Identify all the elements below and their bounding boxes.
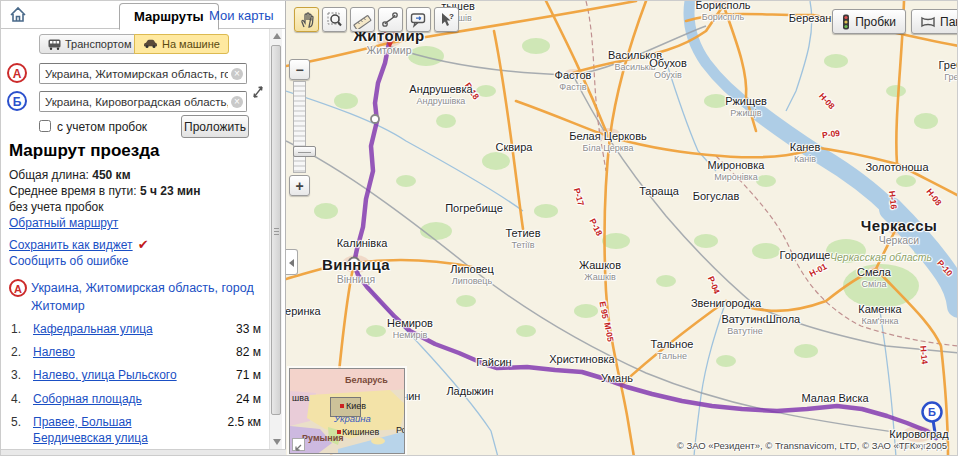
traffic-light-icon bbox=[842, 14, 850, 30]
car-icon bbox=[143, 39, 158, 49]
route-length-label: Общая длина: bbox=[9, 168, 92, 182]
direction-street-link[interactable]: Кафедральная улица bbox=[33, 321, 219, 337]
svg-text:Б: Б bbox=[928, 406, 936, 418]
pan-hand-icon bbox=[297, 10, 316, 29]
scroll-down-icon[interactable] bbox=[273, 439, 281, 445]
scrollbar-thumb[interactable] bbox=[271, 45, 281, 415]
minimap[interactable]: БеларусьшваКиевУкраинаКишиневРумынияРо bbox=[289, 368, 405, 454]
direction-distance: 71 м bbox=[219, 367, 261, 383]
route-waypoint-vinnytsia bbox=[349, 258, 360, 269]
minimap-city-dot bbox=[340, 404, 344, 408]
map-tool-inspect[interactable]: ? bbox=[434, 7, 459, 32]
direction-row: 5.Правее, Большая Бердичевская улица2.5 … bbox=[11, 414, 261, 446]
direction-number: 5. bbox=[11, 414, 33, 446]
sidebar: Маршруты Мои карты Транспортом На машине… bbox=[1, 1, 286, 456]
direction-street-link[interactable]: Налево bbox=[33, 344, 219, 360]
direction-number: 2. bbox=[11, 344, 33, 360]
direction-number: 3. bbox=[11, 367, 33, 383]
direction-distance: 2.5 км bbox=[219, 414, 261, 446]
traffic-button[interactable]: Пробки bbox=[832, 9, 906, 34]
zoom-out-button[interactable]: − bbox=[289, 59, 310, 80]
route-length: Общая длина: 450 км bbox=[9, 168, 131, 182]
route-traffic-note: без учета пробок bbox=[9, 200, 104, 214]
direction-row: 4.Соборная площадь24 м bbox=[11, 391, 261, 407]
bus-icon bbox=[48, 39, 61, 50]
traffic-button-label: Пробки bbox=[855, 15, 896, 29]
map-tool-ruler[interactable] bbox=[350, 7, 375, 32]
clear-to-icon[interactable]: × bbox=[231, 96, 243, 108]
mode-car-label: На машине bbox=[162, 38, 220, 50]
minimap-collapse-button[interactable] bbox=[292, 438, 305, 451]
direction-street-link[interactable]: Правее, Большая Бердичевская улица bbox=[33, 414, 219, 446]
home-icon[interactable] bbox=[9, 6, 27, 24]
mode-transport-button[interactable]: Транспортом bbox=[39, 34, 140, 54]
svg-text:?: ? bbox=[449, 12, 454, 21]
zoom-slider-handle[interactable] bbox=[293, 146, 316, 157]
scroll-up-icon[interactable] bbox=[273, 33, 281, 39]
route-waypoint bbox=[371, 115, 379, 123]
tab-bar: Маршруты Мои карты bbox=[1, 1, 285, 29]
measure-route-icon bbox=[381, 10, 400, 29]
save-widget-link[interactable]: Сохранить как виджет bbox=[9, 238, 133, 252]
direction-row: 3.Налево, улица Рыльского71 м bbox=[11, 367, 261, 383]
zoom-slider-track[interactable] bbox=[293, 81, 306, 173]
yandex-maps-app: Маршруты Мои карты Транспортом На машине… bbox=[0, 0, 958, 456]
swap-points-icon[interactable] bbox=[251, 83, 265, 105]
direction-row: 2.Налево82 м bbox=[11, 344, 261, 360]
route-time-value: 5 ч 23 мин bbox=[140, 184, 201, 198]
map-tool-zoom-area[interactable] bbox=[322, 7, 347, 32]
directions-list: 1.Кафедральная улица33 м2.Налево82 м3.На… bbox=[11, 321, 261, 456]
tab-my-maps[interactable]: Мои карты bbox=[209, 8, 274, 23]
direction-row: 1.Кафедральная улица33 м bbox=[11, 321, 261, 337]
zoom-in-button[interactable]: + bbox=[289, 175, 310, 196]
map-tool-pan-hand[interactable] bbox=[294, 7, 319, 32]
route-time-label: Среднее время в пути: bbox=[9, 184, 140, 198]
mode-transport-label: Транспортом bbox=[65, 38, 131, 50]
panorama-button-label: Панорамы bbox=[940, 15, 958, 29]
reverse-route-link[interactable]: Обратный маршрут bbox=[9, 216, 118, 230]
point-b-badge: Б bbox=[7, 91, 27, 111]
route-from-input[interactable] bbox=[39, 63, 247, 84]
point-a-list-badge: А bbox=[9, 279, 27, 297]
direction-number: 1. bbox=[11, 321, 33, 337]
direction-distance: 24 м bbox=[219, 391, 261, 407]
minimap-city-dot bbox=[337, 430, 341, 434]
route-to-input[interactable] bbox=[39, 91, 247, 112]
zoom-area-icon bbox=[325, 10, 344, 29]
tab-routes[interactable]: Маршруты bbox=[119, 3, 219, 30]
map-copyright: © ЗАО «Резидент», © Transnavicom, LTD, ©… bbox=[677, 440, 947, 451]
sidebar-scrollbar[interactable] bbox=[269, 29, 282, 449]
sidebar-collapse-button[interactable] bbox=[286, 249, 298, 275]
direction-street-link[interactable]: Налево, улица Рыльского bbox=[33, 367, 219, 383]
mode-car-button[interactable]: На машине bbox=[134, 34, 229, 54]
report-error-link[interactable]: Сообщить об ошибке bbox=[9, 254, 128, 268]
map-tool-comment[interactable] bbox=[406, 7, 431, 32]
collapse-arrow-icon bbox=[293, 442, 304, 453]
build-route-button[interactable]: Проложить bbox=[181, 115, 249, 138]
widget-check-icon: ✔ bbox=[138, 237, 149, 252]
comment-icon bbox=[409, 10, 428, 29]
direction-distance: 33 м bbox=[219, 321, 261, 337]
traffic-checkbox[interactable] bbox=[39, 120, 51, 132]
minimap-viewport[interactable] bbox=[330, 397, 361, 417]
panorama-button[interactable]: Панорамы bbox=[911, 9, 958, 34]
direction-distance: 82 м bbox=[219, 344, 261, 360]
route-length-value: 450 км bbox=[92, 168, 130, 182]
point-a-address[interactable]: Украина, Житомирская область, город Жито… bbox=[31, 279, 259, 315]
direction-number: 4. bbox=[11, 391, 33, 407]
map-tool-measure-route[interactable] bbox=[378, 7, 403, 32]
map-canvas[interactable]: Б ЖитомирЖитомиртышевстишівБориспольБори… bbox=[286, 1, 958, 456]
direction-street-link[interactable]: Соборная площадь bbox=[33, 391, 219, 407]
panorama-icon bbox=[921, 16, 935, 28]
ruler-icon bbox=[353, 10, 372, 29]
inspect-icon: ? bbox=[437, 10, 456, 29]
traffic-checkbox-label[interactable]: с учетом пробок bbox=[57, 120, 147, 134]
point-a-badge: А bbox=[7, 63, 27, 83]
clear-from-icon[interactable]: × bbox=[231, 68, 243, 80]
sidebar-bottom-strip bbox=[1, 449, 286, 456]
route-time: Среднее время в пути: 5 ч 23 мин bbox=[9, 184, 200, 198]
route-summary-title: Маршрут проезда bbox=[9, 141, 159, 161]
